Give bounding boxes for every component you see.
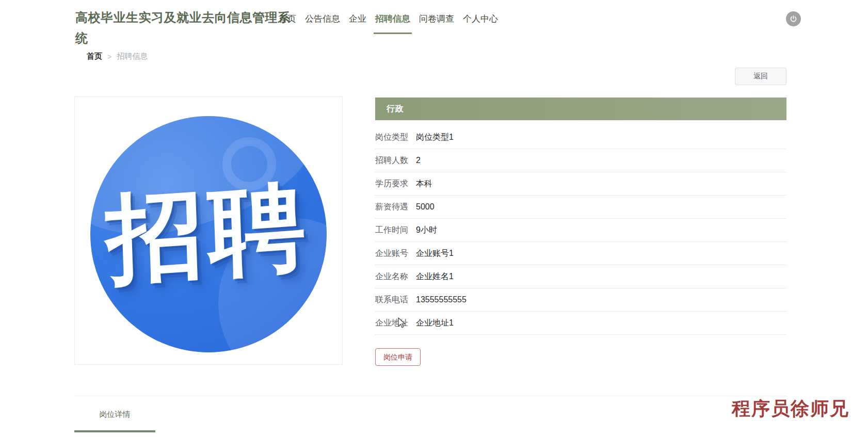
nav-item-announcements[interactable]: 公告信息: [305, 0, 340, 37]
table-row: 招聘人数 2: [375, 149, 786, 172]
table-row: 岗位类型 岗位类型1: [375, 126, 786, 149]
row-value: 岗位类型1: [416, 132, 454, 143]
poster-text: 招聘: [90, 116, 327, 352]
nav-item-enterprise[interactable]: 企业: [349, 0, 366, 37]
row-label: 岗位类型: [375, 132, 408, 143]
row-label: 工作时间: [375, 225, 408, 236]
table-row: 工作时间 9小时: [375, 219, 786, 242]
nav-item-profile[interactable]: 个人中心: [463, 0, 498, 37]
watermark: 程序员徐师兄: [732, 396, 849, 422]
row-label: 联系电话: [375, 295, 408, 305]
main-nav: 首页 公告信息 企业 招聘信息 问卷调查 个人中心: [279, 0, 498, 37]
table-row: 联系电话 13555555555: [375, 288, 786, 312]
breadcrumb: 首页 > 招聘信息: [87, 52, 148, 61]
detail-rows: 岗位类型 岗位类型1 招聘人数 2 学历要求 本科 薪资待遇 5000 工作时间…: [375, 126, 786, 335]
breadcrumb-home[interactable]: 首页: [87, 52, 102, 61]
row-label: 企业地址: [375, 318, 408, 329]
row-value: 9小时: [416, 225, 437, 236]
row-value: 企业地址1: [416, 318, 454, 329]
job-poster: 招聘: [74, 96, 343, 365]
table-row: 企业账号 企业账号1: [375, 242, 786, 265]
breadcrumb-current: 招聘信息: [117, 52, 148, 61]
row-label: 企业名称: [375, 271, 408, 282]
apply-button[interactable]: 岗位申请: [375, 348, 421, 366]
power-icon: [790, 15, 797, 23]
row-value: 2: [416, 156, 421, 165]
chevron-right-icon: >: [107, 53, 111, 61]
poster-circle: 招聘: [90, 116, 327, 352]
row-label: 学历要求: [375, 179, 408, 189]
row-value: 5000: [416, 202, 435, 212]
row-label: 薪资待遇: [375, 202, 408, 213]
tab-job-detail[interactable]: 岗位详情: [74, 396, 155, 432]
row-label: 企业账号: [375, 248, 408, 259]
row-value: 企业姓名1: [416, 271, 454, 282]
back-button[interactable]: 返回: [735, 68, 786, 85]
nav-item-survey[interactable]: 问卷调查: [419, 0, 454, 37]
row-value: 企业账号1: [416, 248, 454, 259]
row-value: 13555555555: [416, 295, 467, 304]
job-detail-panel: 行政 岗位类型 岗位类型1 招聘人数 2 学历要求 本科 薪资待遇 5000 工…: [375, 98, 786, 366]
nav-item-recruitment[interactable]: 招聘信息: [375, 0, 410, 37]
logout-button[interactable]: [786, 11, 801, 26]
table-row: 薪资待遇 5000: [375, 196, 786, 219]
job-title: 行政: [387, 104, 404, 115]
row-label: 招聘人数: [375, 155, 408, 166]
row-value: 本科: [416, 179, 432, 189]
detail-tabs: 岗位详情: [74, 396, 786, 432]
table-row: 企业地址 企业地址1: [375, 312, 786, 335]
nav-item-home[interactable]: 首页: [279, 0, 296, 37]
table-row: 学历要求 本科: [375, 172, 786, 196]
page-title: 高校毕业生实习及就业去向信息管理系统: [75, 7, 298, 48]
job-title-bar: 行政: [375, 98, 786, 120]
table-row: 企业名称 企业姓名1: [375, 265, 786, 288]
